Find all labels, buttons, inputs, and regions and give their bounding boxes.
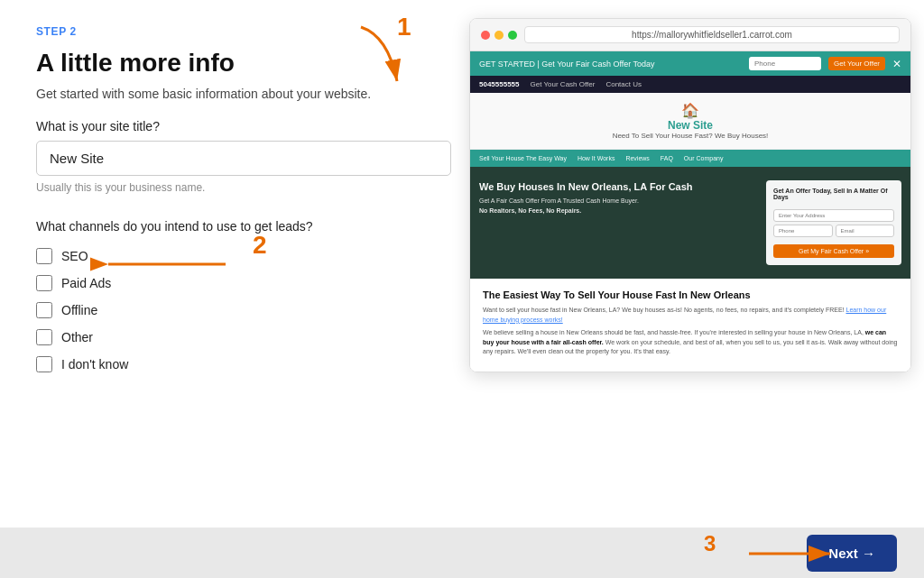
browser-url: https://mallorywhitfieldseller1.carrot.c… bbox=[524, 26, 900, 43]
browser-bar: https://mallorywhitfieldseller1.carrot.c… bbox=[470, 19, 910, 51]
dot-green bbox=[508, 31, 517, 40]
channel-seo[interactable]: SEO bbox=[36, 248, 424, 264]
hero-text-block: We Buy Houses In New Orleans, LA For Cas… bbox=[479, 180, 757, 265]
get-offer-button[interactable]: Get Your Offer bbox=[828, 57, 885, 70]
nav-link-offer[interactable]: Get Your Cash Offer bbox=[531, 80, 596, 88]
nav-link-contact[interactable]: Contact Us bbox=[605, 80, 642, 88]
hero-sub: Get A Fair Cash Offer From A Trusted Cas… bbox=[479, 197, 757, 204]
menu-item-works[interactable]: How It Works bbox=[578, 155, 615, 161]
browser-window: https://mallorywhitfieldseller1.carrot.c… bbox=[469, 18, 911, 372]
site-top-bar: GET STARTED | Get Your Fair Cash Offer T… bbox=[470, 51, 910, 76]
hero-form-title: Get An Offer Today, Sell In A Matter Of … bbox=[773, 188, 894, 200]
right-panel: https://mallorywhitfieldseller1.carrot.c… bbox=[460, 0, 924, 528]
channels-checkbox-list: SEO Paid Ads Offline Other I don't know bbox=[36, 248, 424, 372]
other-label: Other bbox=[61, 330, 93, 344]
site-title-label: What is your site title? bbox=[36, 119, 424, 133]
offline-label: Offline bbox=[61, 303, 97, 317]
annotation-3: 3 bbox=[704, 531, 716, 556]
browser-dots bbox=[481, 31, 517, 40]
arrow-3-svg bbox=[740, 535, 848, 573]
menu-item-reviews[interactable]: Reviews bbox=[625, 155, 649, 161]
page-title: A little more info bbox=[36, 49, 424, 78]
close-icon[interactable]: ✕ bbox=[892, 58, 901, 70]
hero-form-submit[interactable]: Get My Fair Cash Offer » bbox=[773, 244, 894, 258]
content-p1: Want to sell your house fast in New Orle… bbox=[483, 306, 898, 325]
content-p2: We believe selling a house in New Orlean… bbox=[483, 328, 898, 357]
main-container: STEP 2 A little more info Get started wi… bbox=[0, 0, 924, 528]
annotation-2: 2 bbox=[253, 231, 267, 260]
site-name-preview: New Site bbox=[479, 119, 901, 132]
top-bar-phone-input[interactable] bbox=[749, 57, 821, 70]
hero-form-block: Get An Offer Today, Sell In A Matter Of … bbox=[766, 180, 901, 265]
offline-checkbox[interactable] bbox=[36, 302, 52, 318]
site-hero-image-section: We Buy Houses In New Orleans, LA For Cas… bbox=[470, 167, 910, 279]
content-title: The Easiest Way To Sell Your House Fast … bbox=[483, 289, 898, 300]
idk-label: I don't know bbox=[61, 357, 128, 372]
menu-item-sell[interactable]: Sell Your House The Easy Way bbox=[479, 155, 567, 161]
site-title-input[interactable] bbox=[36, 141, 451, 176]
paid-ads-label: Paid Ads bbox=[61, 276, 111, 290]
idk-checkbox[interactable] bbox=[36, 356, 52, 372]
hero-address-input[interactable] bbox=[773, 209, 894, 222]
seo-label: SEO bbox=[61, 249, 88, 263]
site-nav-bar: 5045555555 Get Your Cash Offer Contact U… bbox=[470, 76, 910, 93]
other-checkbox[interactable] bbox=[36, 329, 52, 345]
site-title-hint: Usually this is your business name. bbox=[36, 181, 424, 194]
channel-other[interactable]: Other bbox=[36, 329, 424, 345]
channel-idk[interactable]: I don't know bbox=[36, 356, 424, 372]
seo-checkbox[interactable] bbox=[36, 248, 52, 264]
menu-item-company[interactable]: Our Company bbox=[684, 155, 724, 161]
site-icon: 🏠 bbox=[479, 102, 901, 119]
content-link[interactable]: Learn how our home buying process works! bbox=[483, 307, 886, 323]
channels-label: What channels do you intend to use to ge… bbox=[36, 219, 424, 234]
hero-phone-input[interactable] bbox=[773, 225, 833, 237]
hero-form-row bbox=[773, 225, 894, 240]
bottom-bar: 3 Next → bbox=[0, 528, 924, 578]
hero-detail: No Realtors, No Fees, No Repairs. bbox=[479, 207, 757, 214]
nav-phone: 5045555555 bbox=[479, 80, 520, 88]
paid-ads-checkbox[interactable] bbox=[36, 275, 52, 291]
dot-red bbox=[481, 31, 490, 40]
left-panel: STEP 2 A little more info Get started wi… bbox=[0, 0, 460, 528]
site-tagline: Need To Sell Your House Fast? We Buy Hou… bbox=[479, 132, 901, 140]
channel-paid-ads[interactable]: Paid Ads bbox=[36, 275, 424, 291]
step-label: STEP 2 bbox=[36, 25, 424, 38]
menu-item-faq[interactable]: FAQ bbox=[661, 155, 673, 161]
page-subtitle: Get started with some basic information … bbox=[36, 87, 424, 101]
site-content-section: The Easiest Way To Sell Your House Fast … bbox=[470, 279, 910, 372]
site-menu-bar: Sell Your House The Easy Way How It Work… bbox=[470, 150, 910, 167]
hero-email-input[interactable] bbox=[836, 225, 895, 237]
dot-yellow bbox=[494, 31, 504, 40]
channel-offline[interactable]: Offline bbox=[36, 302, 424, 318]
site-hero-section: 🏠 New Site Need To Sell Your House Fast?… bbox=[470, 93, 910, 150]
hero-title: We Buy Houses In New Orleans, LA For Cas… bbox=[479, 180, 757, 193]
annotation-1: 1 bbox=[397, 13, 411, 41]
top-bar-cta: GET STARTED | Get Your Fair Cash Offer T… bbox=[479, 60, 742, 69]
